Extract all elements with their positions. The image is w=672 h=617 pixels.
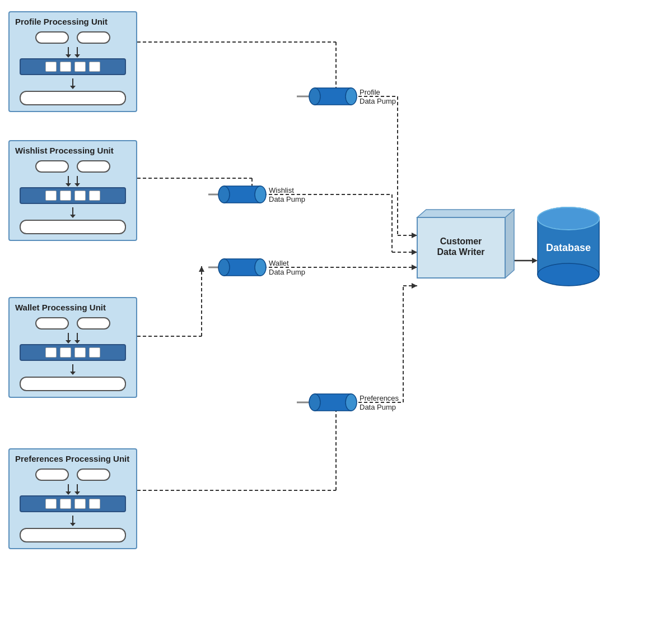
wishlist-q4 (89, 191, 100, 201)
wishlist-q3 (74, 191, 86, 201)
profile-output-bar (20, 91, 126, 105)
svg-point-42 (255, 186, 266, 203)
svg-marker-19 (310, 400, 315, 405)
wishlist-unit-inner (15, 160, 130, 234)
database-label: Database (546, 242, 591, 253)
preferences-arrow-2 (77, 484, 78, 492)
svg-marker-17 (333, 403, 339, 409)
svg-marker-35 (532, 258, 538, 263)
profile-pill-1 (35, 31, 69, 44)
svg-marker-27 (412, 249, 417, 255)
profile-pump (309, 88, 357, 105)
preferences-q3 (74, 499, 86, 509)
wishlist-q2 (60, 191, 71, 201)
wishlist-processing-unit: Wishlist Processing Unit (8, 140, 137, 241)
profile-q3 (74, 62, 86, 72)
wallet-down-arrow (72, 364, 73, 372)
wishlist-queue-bar (20, 187, 126, 204)
preferences-pills-row (35, 468, 110, 481)
profile-arrow-1 (68, 47, 69, 55)
diagram-container: Profile Processing Unit Wishlist Process… (0, 0, 672, 617)
svg-point-46 (255, 259, 266, 276)
svg-rect-44 (224, 259, 260, 276)
svg-marker-14 (219, 265, 224, 270)
svg-point-49 (309, 394, 320, 411)
profile-pill-2 (77, 31, 110, 44)
wishlist-unit-title: Wishlist Processing Unit (15, 146, 130, 156)
cdw-label-line1: Customer (440, 236, 482, 246)
cdw-side-face (505, 210, 514, 278)
svg-marker-12 (199, 266, 204, 272)
database-top (538, 207, 599, 230)
svg-point-41 (218, 186, 230, 203)
wallet-pill-1 (35, 317, 69, 330)
svg-marker-4 (310, 94, 315, 99)
wallet-arrow-2 (77, 333, 78, 341)
wallet-queue-bar (20, 344, 126, 361)
preferences-queue-bar (20, 495, 126, 512)
profile-down-arrow (72, 78, 73, 86)
wallet-unit-title: Wallet Processing Unit (15, 303, 130, 313)
svg-rect-36 (315, 88, 351, 105)
svg-marker-23 (412, 233, 417, 238)
svg-text:Data Pump: Data Pump (360, 403, 396, 411)
wallet-output-bar (20, 377, 126, 391)
wishlist-pill-1 (35, 160, 69, 173)
preferences-arrows-row (68, 484, 78, 492)
wishlist-arrow-1 (68, 176, 69, 184)
svg-marker-9 (219, 192, 224, 197)
profile-processing-unit: Profile Processing Unit (8, 11, 137, 112)
wallet-q3 (74, 347, 86, 358)
svg-marker-33 (412, 283, 417, 289)
wishlist-arrows-row (68, 176, 78, 184)
svg-point-37 (309, 88, 320, 105)
wallet-processing-unit: Wallet Processing Unit (8, 297, 137, 398)
profile-arrows-row (68, 47, 78, 55)
profile-queue-bar (20, 58, 126, 75)
wallet-arrow-1 (68, 333, 69, 341)
preferences-pump-label: Preferences (360, 394, 399, 402)
profile-pump-label: Profile (360, 88, 380, 96)
preferences-processing-unit: Preferences Processing Unit (8, 448, 137, 549)
svg-rect-48 (315, 394, 351, 411)
profile-q1 (45, 62, 57, 72)
profile-q2 (60, 62, 71, 72)
wallet-pump-label: Wallet (269, 259, 289, 267)
wishlist-q1 (45, 191, 57, 201)
cdw-front-face (417, 217, 505, 278)
preferences-unit-inner (15, 468, 130, 542)
wallet-q1 (45, 347, 57, 358)
preferences-pill-1 (35, 468, 69, 481)
profile-arrow-2 (77, 47, 78, 55)
wallet-pill-2 (77, 317, 110, 330)
profile-q4 (89, 62, 100, 72)
preferences-pill-2 (77, 468, 110, 481)
svg-text:Data Pump: Data Pump (269, 195, 305, 203)
wishlist-pills-row (35, 160, 110, 173)
svg-point-50 (346, 394, 357, 411)
cdw-top-face (417, 210, 514, 217)
preferences-arrow-1 (68, 484, 69, 492)
preferences-q1 (45, 499, 57, 509)
wishlist-arrow-2 (77, 176, 78, 184)
wishlist-pump-label: Wishlist (269, 186, 294, 194)
wallet-pump (218, 259, 266, 276)
profile-unit-title: Profile Processing Unit (15, 17, 130, 27)
preferences-q2 (60, 499, 71, 509)
database-bottom (538, 263, 599, 286)
wallet-pills-row (35, 317, 110, 330)
profile-unit-inner (15, 31, 130, 105)
preferences-q4 (89, 499, 100, 509)
preferences-pump (309, 394, 357, 411)
preferences-down-arrow (72, 516, 73, 523)
preferences-unit-title: Preferences Processing Unit (15, 454, 130, 464)
database-highlight (538, 207, 599, 230)
wallet-unit-inner (15, 317, 130, 391)
wishlist-down-arrow (72, 207, 73, 215)
wallet-q4 (89, 347, 100, 358)
svg-marker-7 (249, 187, 255, 193)
wallet-arrows-row (68, 333, 78, 341)
wallet-q2 (60, 347, 71, 358)
wishlist-pump (218, 186, 266, 203)
wishlist-pill-2 (77, 160, 110, 173)
